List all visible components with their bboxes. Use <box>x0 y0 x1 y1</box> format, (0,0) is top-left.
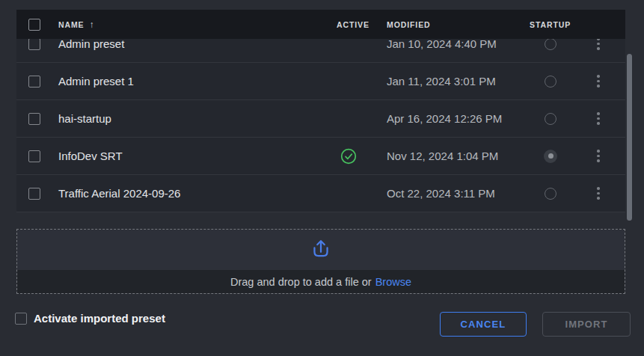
column-header-startup[interactable]: STARTUP <box>530 20 571 29</box>
select-all-checkbox[interactable] <box>28 19 40 31</box>
table-row[interactable]: InfoDev SRT Nov 12, 2024 1:04 PM <box>16 138 625 175</box>
preset-name: Admin preset 1 <box>58 75 337 88</box>
table-row[interactable]: hai-startup Apr 16, 2024 12:26 PM <box>16 100 625 138</box>
cancel-button[interactable]: CANCEL <box>440 312 527 337</box>
startup-radio[interactable] <box>545 39 556 50</box>
preset-table-body[interactable]: Admin preset Jan 10, 2024 4:40 PM Admin … <box>16 39 625 213</box>
scrollbar-thumb[interactable] <box>627 54 632 221</box>
upload-icon <box>310 237 332 263</box>
startup-radio[interactable] <box>544 150 557 163</box>
table-header: NAME ↑ ACTIVE MODIFIED STARTUP <box>16 10 625 39</box>
activate-imported-checkbox[interactable] <box>15 313 27 325</box>
preset-name: InfoDev SRT <box>58 150 337 162</box>
preset-name: Admin preset <box>58 39 337 50</box>
table-row[interactable]: Admin preset 1 Jan 11, 2024 3:01 PM <box>16 63 625 100</box>
kebab-menu-icon[interactable] <box>597 150 600 162</box>
table-row[interactable]: Admin preset Jan 10, 2024 4:40 PM <box>16 39 625 63</box>
browse-link[interactable]: Browse <box>375 276 411 288</box>
modified-date: Nov 12, 2024 1:04 PM <box>387 150 530 162</box>
file-dropzone[interactable]: Drag and drop to add a file or Browse <box>16 229 625 294</box>
activate-imported-label: Activate imported preset <box>34 312 165 325</box>
import-button[interactable]: IMPORT <box>542 312 631 337</box>
row-checkbox[interactable] <box>28 39 40 50</box>
table-row[interactable]: Traffic Aerial 2024-09-26 Oct 22, 2024 3… <box>16 175 625 212</box>
kebab-menu-icon[interactable] <box>597 39 600 50</box>
sort-ascending-icon[interactable]: ↑ <box>90 19 95 30</box>
row-checkbox[interactable] <box>28 150 40 162</box>
row-checkbox[interactable] <box>28 113 40 125</box>
column-header-name[interactable]: NAME <box>58 20 85 29</box>
modified-date: Jan 10, 2024 4:40 PM <box>387 39 530 50</box>
startup-radio[interactable] <box>545 113 556 125</box>
dropzone-text: Drag and drop to add a file or <box>230 276 372 288</box>
kebab-menu-icon[interactable] <box>597 112 600 125</box>
modified-date: Oct 22, 2024 3:11 PM <box>387 187 530 200</box>
preset-name: hai-startup <box>58 112 337 125</box>
startup-radio[interactable] <box>545 76 556 88</box>
kebab-menu-icon[interactable] <box>597 187 600 200</box>
activate-imported-preset[interactable]: Activate imported preset <box>15 312 165 325</box>
startup-radio[interactable] <box>545 188 556 200</box>
modified-date: Jan 11, 2024 3:01 PM <box>387 75 530 88</box>
column-header-active[interactable]: ACTIVE <box>337 20 369 29</box>
row-checkbox[interactable] <box>28 76 40 88</box>
row-checkbox[interactable] <box>28 188 40 200</box>
active-check-icon <box>340 148 357 165</box>
preset-name: Traffic Aerial 2024-09-26 <box>58 187 337 200</box>
modified-date: Apr 16, 2024 12:26 PM <box>387 112 530 125</box>
column-header-modified[interactable]: MODIFIED <box>387 20 431 29</box>
kebab-menu-icon[interactable] <box>597 75 600 88</box>
